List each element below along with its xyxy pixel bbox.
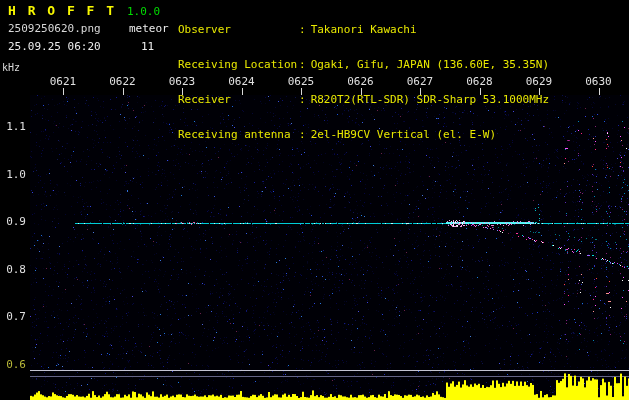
freq-tick-label: 0.8	[2, 264, 26, 275]
time-tick-label: 0622	[109, 76, 136, 87]
colon: :	[299, 129, 306, 140]
info-value: Takanori Kawachi	[311, 23, 417, 36]
mode-label: meteor	[129, 23, 169, 34]
output-filename: 2509250620.png	[8, 23, 101, 34]
info-row-observer: Observer:Takanori Kawachi	[178, 24, 549, 37]
freq-unit-label: kHz	[2, 63, 20, 73]
info-label: Receiver	[178, 94, 299, 105]
hrofft-spectrogram-output: H R O F F T 1.0.0 2509250620.png meteor …	[0, 0, 629, 400]
time-tick-label: 0628	[466, 76, 493, 87]
colon: :	[299, 24, 306, 35]
colon: :	[299, 59, 306, 70]
info-value: 2el-HB9CV Vertical (el. E-W)	[311, 128, 496, 141]
freq-tick-label: 0.9	[2, 216, 26, 227]
freq-tick-label: 0.7	[2, 311, 26, 322]
info-value: R820T2(RTL-SDR) SDR-Sharp 53.1000MHz	[311, 93, 549, 106]
time-tick-label: 0625	[288, 76, 315, 87]
colon: :	[299, 94, 306, 105]
freq-tick-label: 1.1	[2, 121, 26, 132]
time-tick-label: 0630	[585, 76, 612, 87]
freq-tick-label: 1.0	[2, 169, 26, 180]
date-time-label: 25.09.25 06:20	[8, 41, 101, 52]
app-title: H R O F F T	[8, 4, 116, 17]
echo-count: 11	[141, 41, 154, 52]
freq-tick-label: 0.6	[2, 359, 26, 370]
time-tick-label: 0629	[526, 76, 553, 87]
info-label: Receiving antenna	[178, 129, 299, 140]
time-tick-label: 0621	[50, 76, 77, 87]
info-row-location: Receiving Location:Ogaki, Gifu, JAPAN (1…	[178, 59, 549, 72]
info-row-receiver: Receiver:R820T2(RTL-SDR) SDR-Sharp 53.10…	[178, 94, 549, 107]
info-row-antenna: Receiving antenna:2el-HB9CV Vertical (el…	[178, 129, 549, 142]
time-tick-label: 0626	[347, 76, 374, 87]
time-tick-label: 0623	[169, 76, 196, 87]
time-tick-label: 0627	[407, 76, 434, 87]
info-label: Receiving Location	[178, 59, 299, 70]
time-tick-label: 0624	[228, 76, 255, 87]
app-version: 1.0.0	[127, 6, 160, 17]
info-label: Observer	[178, 24, 299, 35]
info-value: Ogaki, Gifu, JAPAN (136.60E, 35.35N)	[311, 58, 549, 71]
